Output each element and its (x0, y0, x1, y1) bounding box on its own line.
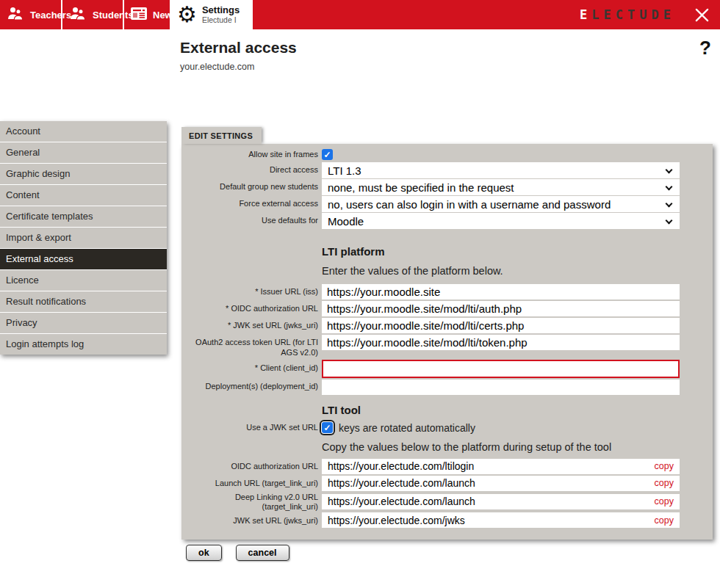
newspaper-icon (130, 7, 148, 23)
force-external-label: Force external access (181, 199, 318, 209)
top-navigation-bar: Teachers Students (0, 0, 720, 29)
ok-button[interactable]: ok (186, 545, 222, 561)
direct-access-select[interactable]: LTI 1.3 (322, 162, 680, 178)
chevron-down-icon (666, 184, 673, 191)
launch-url-label: Launch URL (target_link_uri) (181, 479, 318, 489)
sidebar-item-content[interactable]: Content (0, 185, 167, 206)
launch-url-value: https://your.electude.com/launch (328, 477, 475, 489)
force-external-value: no, users can also login in with a usern… (328, 198, 611, 211)
direct-access-label: Direct access (181, 165, 318, 175)
deep-linking-url-value: https://your.electude.com/launch (328, 496, 475, 507)
oidc-auth-url-input[interactable] (322, 301, 680, 316)
form-footer: ok cancel (186, 545, 289, 561)
page-title: External access (180, 39, 297, 57)
chevron-down-icon (666, 200, 673, 208)
settings-sidebar: Account General Graphic design Content C… (0, 121, 167, 355)
copy-values-intro: Copy the values below to the platform du… (322, 441, 680, 453)
tab-news[interactable]: News (124, 0, 171, 29)
oauth2-token-url-input[interactable] (322, 335, 680, 350)
teachers-people-icon (6, 6, 25, 24)
sidebar-item-result-notifications[interactable]: Result notifications (0, 291, 167, 312)
lti-tool-heading: LTI tool (322, 404, 680, 416)
copy-link[interactable]: copy (655, 515, 674, 526)
allow-frames-checkbox[interactable] (322, 149, 333, 160)
tool-oidc-url-field: https://your.electude.com/ltilogin copy (322, 459, 680, 474)
sidebar-item-import-export[interactable]: Import & export (0, 228, 167, 248)
sidebar-item-graphic-design[interactable]: Graphic design (0, 164, 167, 184)
force-external-select[interactable]: no, users can also login in with a usern… (322, 196, 680, 212)
jwk-set-url-label: * JWK set URL (jwks_uri) (181, 321, 318, 331)
sidebar-item-general[interactable]: General (0, 142, 167, 163)
tool-jwk-set-url-label: JWK set URL (jwks_uri) (181, 516, 318, 526)
tool-oidc-url-value: https://your.electude.com/ltilogin (328, 460, 474, 472)
lti-platform-intro: Enter the values of the platform below. (322, 265, 680, 277)
close-icon[interactable] (694, 7, 710, 23)
tab-settings-label: Settings (202, 5, 240, 16)
default-group-select[interactable]: none, must be specified in the request (322, 179, 680, 195)
copy-link[interactable]: copy (655, 496, 674, 507)
gear-icon: ⚙ (177, 4, 197, 26)
tab-settings-sublabel: Electude I (202, 15, 240, 24)
copy-link[interactable]: copy (655, 461, 674, 471)
jwk-rotation-note: keys are rotated automatically (339, 422, 475, 434)
electude-logo: ELECTUDE (580, 7, 675, 22)
deployment-id-input[interactable] (322, 380, 680, 395)
client-id-label: * Client (client_id) (181, 363, 318, 374)
lti-platform-heading: LTI platform (322, 245, 680, 258)
issuer-url-label: * Issuer URL (iss) (181, 287, 318, 297)
use-jwk-set-url-checkbox[interactable] (322, 422, 333, 433)
issuer-url-input[interactable] (322, 284, 680, 300)
students-people-icon (68, 6, 87, 24)
sidebar-item-account[interactable]: Account (0, 121, 167, 142)
chevron-down-icon (666, 217, 673, 225)
edit-settings-tab[interactable]: EDIT SETTINGS (181, 127, 262, 144)
chevron-down-icon (666, 167, 673, 174)
sidebar-item-login-attempts-log[interactable]: Login attempts log (0, 334, 167, 355)
launch-url-field: https://your.electude.com/launch copy (322, 476, 680, 491)
default-group-label: Default group new students (181, 182, 318, 192)
cancel-button[interactable]: cancel (236, 545, 289, 561)
tab-teachers[interactable]: Teachers (0, 0, 62, 29)
sidebar-item-certificate-templates[interactable]: Certificate templates (0, 206, 167, 227)
oidc-auth-url-label: * OIDC authorization URL (181, 304, 318, 314)
tab-settings[interactable]: ⚙ Settings Electude I (171, 0, 253, 29)
use-defaults-value: Moodle (328, 215, 364, 228)
sidebar-item-privacy[interactable]: Privacy (0, 313, 167, 333)
deployment-id-label: Deployment(s) (deployment_id) (181, 382, 318, 392)
deep-linking-url-field: https://your.electude.com/launch copy (322, 494, 680, 509)
use-defaults-select[interactable]: Moodle (322, 213, 680, 229)
default-group-value: none, must be specified in the request (328, 181, 514, 194)
jwk-set-url-input[interactable] (322, 318, 680, 333)
copy-link[interactable]: copy (655, 478, 674, 488)
use-jwk-set-url-label: Use a JWK set URL (181, 423, 318, 433)
sidebar-item-licence[interactable]: Licence (0, 270, 167, 291)
page-subtitle: your.electude.com (180, 62, 254, 72)
allow-frames-label: Allow site in frames (181, 150, 318, 160)
tab-students[interactable]: Students (62, 0, 124, 29)
edit-settings-panel: Allow site in frames Direct access LTI 1… (181, 144, 713, 540)
direct-access-value: LTI 1.3 (328, 164, 361, 177)
use-defaults-label: Use defaults for (181, 216, 318, 226)
deep-linking-url-label: Deep Linking v2.0 URL (target_link_uri) (181, 493, 318, 513)
topbar-right: ELECTUDE (580, 0, 720, 29)
help-icon[interactable]: ? (699, 37, 711, 59)
tool-oidc-url-label: OIDC authorization URL (181, 462, 318, 472)
tool-jwk-set-url-value: https://your.electude.com/jwks (328, 515, 465, 526)
client-id-input[interactable] (322, 360, 680, 378)
sidebar-item-external-access[interactable]: External access (0, 249, 167, 269)
tool-jwk-set-url-field: https://your.electude.com/jwks copy (322, 512, 680, 528)
oauth2-token-url-label: OAuth2 access token URL (for LTI AGS v2.… (181, 335, 318, 358)
